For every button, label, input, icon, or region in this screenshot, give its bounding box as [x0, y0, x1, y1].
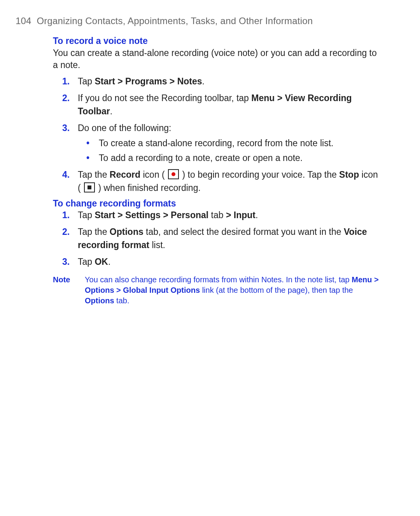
step-text-mid: tab	[208, 210, 226, 220]
bullet-2: To add a recording to a note, create or …	[81, 152, 381, 164]
note-body: You can also change recording formats fr…	[85, 275, 381, 306]
note-text: You can also change recording formats fr…	[85, 275, 352, 284]
step-1: 1. Tap Start > Settings > Personal tab >…	[62, 209, 381, 222]
steps-list: 1. Tap Start > Settings > Personal tab >…	[53, 209, 381, 268]
step-text-mid: ) when finished recording.	[96, 183, 201, 193]
step-text-mid: ) to begin recording your voice. Tap the	[180, 170, 339, 180]
note-label: Note	[53, 275, 85, 306]
step-3: 3. Do one of the following: To create a …	[62, 122, 381, 164]
page: 104 Organizing Contacts, Appointments, T…	[0, 0, 420, 516]
note-text-bold: Options	[85, 296, 114, 305]
step-number: 3.	[62, 122, 70, 135]
record-icon	[168, 169, 179, 179]
step-number: 4.	[62, 168, 70, 181]
step-text-post: .	[110, 106, 112, 116]
note-text: tab.	[114, 296, 130, 305]
step-text: Tap Start > Programs > Notes.	[78, 76, 205, 86]
step-3: 3. Tap OK.	[62, 255, 381, 268]
section-intro: You can create a stand-alone recording (…	[53, 47, 381, 71]
step-text-bold: > Input	[226, 210, 256, 220]
step-2: 2. If you do not see the Recording toolb…	[62, 92, 381, 118]
section-change-recording-formats: To change recording formats 1. Tap Start…	[53, 198, 381, 268]
step-text-bold: Options	[110, 227, 144, 237]
note-text: link (at the bottom of the page), then t…	[200, 286, 353, 294]
step-text: Tap OK.	[78, 257, 110, 267]
section-heading: To record a voice note	[53, 36, 381, 46]
step-text-pre: If you do not see the Recording toolbar,…	[78, 93, 251, 103]
step-number: 1.	[62, 75, 70, 88]
step-number: 1.	[62, 209, 70, 222]
step-text: Do one of the following:	[78, 123, 171, 133]
step-text-pre: Tap the	[78, 227, 110, 237]
step-2: 2. Tap the Options tab, and select the d…	[62, 226, 381, 252]
page-number: 104	[16, 16, 32, 26]
step-text-post: .	[108, 257, 110, 267]
step-text-bold: OK	[94, 257, 108, 267]
step-number: 3.	[62, 255, 70, 268]
step-text-bold: Record	[110, 170, 140, 180]
step-text-bold: Start > Settings > Personal	[94, 210, 208, 220]
step-text-pre: Tap	[78, 76, 94, 86]
step-text-bold: Start > Programs > Notes	[94, 76, 202, 86]
step-text: Tap the Record icon ( ) to begin recordi…	[78, 170, 378, 192]
step-number: 2.	[62, 226, 70, 238]
chapter-title: Organizing Contacts, Appointments, Tasks…	[37, 16, 313, 26]
page-header: 104 Organizing Contacts, Appointments, T…	[16, 16, 381, 26]
step-number: 2.	[62, 92, 70, 105]
step-text-mid: tab, and select the desired format you w…	[144, 227, 344, 237]
step-text-post: list.	[149, 240, 165, 250]
step-text-mid: icon (	[140, 170, 167, 180]
step-text-bold: Stop	[339, 170, 359, 180]
note-block: Note You can also change recording forma…	[53, 275, 381, 306]
step-text-pre: Tap the	[78, 170, 110, 180]
bullet-1: To create a stand-alone recording, recor…	[81, 137, 381, 150]
step-1: 1. Tap Start > Programs > Notes.	[62, 75, 381, 88]
step-text: Tap the Options tab, and select the desi…	[78, 227, 367, 250]
step-text: If you do not see the Recording toolbar,…	[78, 93, 352, 116]
stop-icon	[84, 182, 95, 192]
step-text-post: .	[256, 210, 258, 220]
steps-list: 1. Tap Start > Programs > Notes. 2. If y…	[53, 75, 381, 194]
step-4: 4. Tap the Record icon ( ) to begin reco…	[62, 168, 381, 194]
step-text-post: .	[202, 76, 205, 86]
sub-bullets: To create a stand-alone recording, recor…	[78, 137, 381, 164]
step-text: Tap Start > Settings > Personal tab > In…	[78, 210, 258, 220]
step-text-pre: Tap	[78, 210, 94, 220]
step-text-pre: Tap	[78, 257, 94, 267]
section-heading: To change recording formats	[53, 198, 381, 209]
section-record-voice-note: To record a voice note You can create a …	[53, 36, 381, 194]
